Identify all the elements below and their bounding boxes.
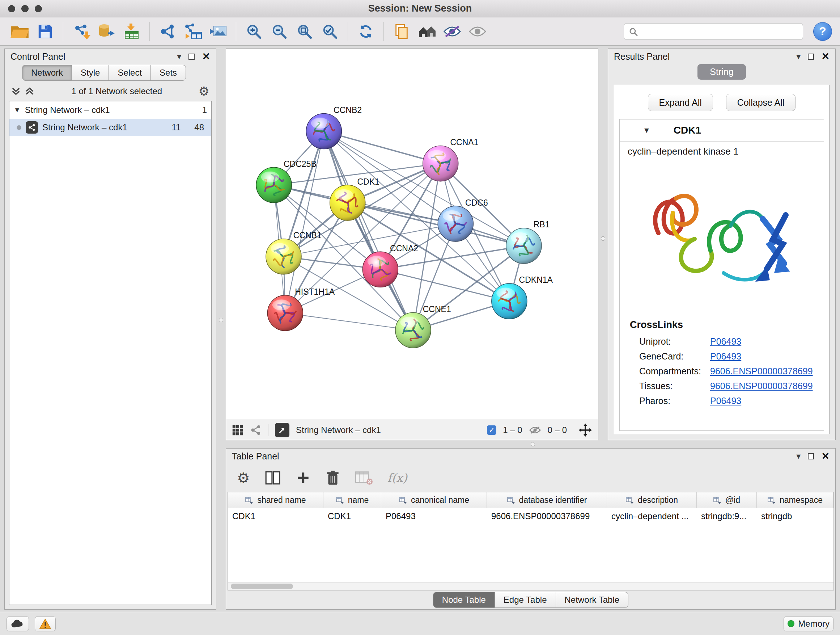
- tab-style[interactable]: Style: [72, 65, 109, 81]
- crosslink-link[interactable]: 9606.ENSP00000378699: [710, 381, 813, 391]
- column-header-name[interactable]: name: [324, 492, 381, 508]
- network-graph[interactable]: CCNB2CCNA1CDC25BCDK1CDC6RB1CCNB1CCNA2CDK…: [226, 49, 598, 420]
- import-network-file-button[interactable]: [69, 20, 93, 43]
- show-all-button[interactable]: [466, 20, 489, 43]
- first-neighbors-button[interactable]: [415, 20, 439, 43]
- new-network-table-button[interactable]: [181, 20, 205, 43]
- table-cell[interactable]: stringdb:9...: [697, 508, 757, 525]
- table-cell[interactable]: stringdb: [757, 508, 834, 525]
- network-node-CCNB1[interactable]: CCNB1: [266, 231, 322, 274]
- gene-section-header[interactable]: ▼ CDK1: [620, 119, 824, 141]
- column-header-database-identifier[interactable]: database identifier: [487, 492, 607, 508]
- warnings-button[interactable]: [35, 616, 56, 631]
- memory-button[interactable]: Memory: [783, 616, 834, 631]
- table-body[interactable]: [228, 525, 834, 582]
- zoom-selected-button[interactable]: [318, 20, 342, 43]
- panel-maximize-icon[interactable]: [808, 54, 814, 60]
- network-edge[interactable]: [324, 131, 413, 331]
- network-edge[interactable]: [285, 131, 324, 313]
- table-cell[interactable]: P06493: [381, 508, 487, 525]
- splitter-handle[interactable]: [219, 318, 223, 322]
- collapse-all-icon[interactable]: [24, 86, 35, 97]
- crosslink-link[interactable]: P06493: [710, 396, 741, 406]
- tab-sets[interactable]: Sets: [151, 65, 186, 81]
- zoom-fit-button[interactable]: [293, 20, 317, 43]
- delete-column-icon[interactable]: [325, 470, 340, 486]
- network-edge[interactable]: [380, 269, 509, 301]
- close-window-button[interactable]: [8, 5, 15, 12]
- panel-menu-icon[interactable]: ▾: [177, 52, 181, 61]
- panel-maximize-icon[interactable]: [808, 453, 814, 459]
- network-canvas[interactable]: CCNB2CCNA1CDC25BCDK1CDC6RB1CCNB1CCNA2CDK…: [226, 49, 598, 420]
- zoom-in-button[interactable]: [242, 20, 266, 43]
- network-node-HIST1H1A[interactable]: HIST1H1A: [267, 287, 335, 331]
- import-network-database-button[interactable]: [95, 20, 118, 43]
- open-session-button[interactable]: [8, 20, 32, 43]
- save-session-button[interactable]: [33, 20, 57, 43]
- left-splitter[interactable]: [216, 49, 226, 610]
- bottom-splitter[interactable]: [226, 440, 836, 448]
- network-edge[interactable]: [285, 313, 413, 331]
- minimize-window-button[interactable]: [21, 5, 28, 12]
- panel-close-icon[interactable]: ✕: [821, 451, 829, 461]
- network-node-CDKN1A[interactable]: CDKN1A: [492, 275, 553, 319]
- collapse-gene-icon[interactable]: ▼: [643, 126, 651, 135]
- table-cell[interactable]: 9606.ENSP00000378699: [487, 508, 607, 525]
- column-header-canonical-name[interactable]: canonical name: [381, 492, 487, 508]
- tab-network-table[interactable]: Network Table: [556, 592, 629, 608]
- column-header-description[interactable]: description: [607, 492, 697, 508]
- new-network-button[interactable]: [156, 20, 180, 43]
- column-header-shared-name[interactable]: shared name: [228, 492, 324, 508]
- right-splitter[interactable]: [598, 49, 608, 440]
- crosslink-link[interactable]: 9606.ENSP00000378699: [710, 366, 813, 377]
- tree-expand-icon[interactable]: ▼: [14, 106, 21, 114]
- selected-checkbox-icon[interactable]: ✓: [487, 425, 496, 435]
- network-edge[interactable]: [284, 224, 455, 257]
- cloud-button[interactable]: [6, 616, 29, 631]
- apply-layout-button[interactable]: [354, 20, 378, 43]
- import-table-file-button[interactable]: [120, 20, 144, 43]
- horizontal-scrollbar[interactable]: [228, 582, 834, 590]
- hide-selected-button[interactable]: [440, 20, 464, 43]
- copy-document-button[interactable]: [390, 20, 414, 43]
- network-node-CCNA1[interactable]: CCNA1: [423, 138, 478, 181]
- crosslink-link[interactable]: P06493: [710, 336, 741, 347]
- tab-network[interactable]: Network: [22, 65, 72, 81]
- panel-maximize-icon[interactable]: [188, 54, 195, 60]
- table-cell[interactable]: CDK1: [324, 508, 381, 525]
- panel-close-icon[interactable]: ✕: [821, 52, 829, 62]
- network-collection-row[interactable]: ▼ String Network – cdk1 1: [9, 101, 211, 119]
- column-header-namespace[interactable]: namespace: [757, 492, 834, 508]
- panel-menu-icon[interactable]: ▾: [796, 452, 801, 461]
- collapse-all-button[interactable]: Collapse All: [726, 94, 796, 111]
- tab-edge-table[interactable]: Edge Table: [495, 592, 556, 608]
- gear-icon[interactable]: ⚙: [199, 85, 210, 97]
- hidden-eye-slash-icon[interactable]: [529, 425, 541, 435]
- search-input[interactable]: [624, 23, 803, 40]
- table-row[interactable]: CDK1CDK1P064939606.ENSP00000378699cyclin…: [228, 508, 834, 525]
- tab-node-table[interactable]: Node Table: [433, 592, 495, 608]
- open-in-window-button[interactable]: [275, 423, 289, 437]
- show-columns-icon[interactable]: [264, 470, 281, 486]
- expand-all-icon[interactable]: [11, 86, 21, 97]
- table-settings-gear-icon[interactable]: ⚙: [237, 470, 250, 485]
- network-row-selected[interactable]: String Network – cdk1 11 48: [9, 119, 211, 136]
- column-header--id[interactable]: @id: [697, 492, 757, 508]
- tab-string[interactable]: String: [698, 64, 745, 80]
- splitter-handle[interactable]: [531, 442, 535, 447]
- network-node-CCNB2[interactable]: CCNB2: [306, 105, 362, 149]
- table-cell[interactable]: cyclin–dependent ...: [607, 508, 697, 525]
- scrollbar-thumb[interactable]: [231, 584, 293, 589]
- panel-close-icon[interactable]: ✕: [202, 52, 210, 62]
- help-button[interactable]: ?: [813, 22, 832, 41]
- zoom-out-button[interactable]: [267, 20, 291, 43]
- tab-select[interactable]: Select: [109, 65, 151, 81]
- network-node-RB1[interactable]: RB1: [506, 220, 550, 264]
- export-image-button[interactable]: [206, 20, 230, 43]
- network-node-CDK1[interactable]: CDK1: [330, 177, 379, 221]
- share-icon[interactable]: [250, 424, 262, 436]
- splitter-handle[interactable]: [601, 236, 605, 241]
- expand-all-button[interactable]: Expand All: [648, 94, 713, 111]
- table-cell[interactable]: CDK1: [228, 508, 324, 525]
- grid-icon[interactable]: [232, 424, 243, 436]
